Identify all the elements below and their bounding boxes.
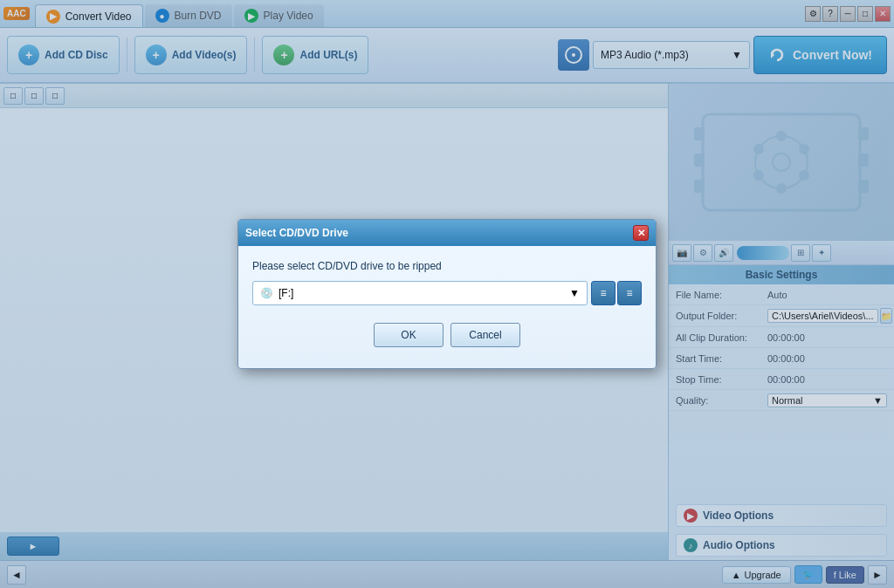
dialog-cancel-label: Cancel — [469, 329, 501, 341]
dialog-message: Please select CD/DVD drive to be ripped — [252, 260, 642, 272]
dialog-title-bar: Select CD/DVD Drive ✕ — [238, 220, 656, 246]
drive-dropdown[interactable]: 💿 [F:] ▼ — [252, 281, 588, 305]
dialog-icon-buttons: ≡ ≡ — [591, 281, 642, 305]
dialog-cancel-button[interactable]: Cancel — [450, 323, 520, 347]
dialog-footer: OK Cancel — [252, 323, 642, 354]
disc-icon: 💿 — [260, 287, 273, 299]
select-drive-dialog: Select CD/DVD Drive ✕ Please select CD/D… — [237, 219, 657, 369]
dialog-title: Select CD/DVD Drive — [245, 227, 348, 239]
dialog-icon-btn-2[interactable]: ≡ — [617, 281, 642, 305]
dialog-ok-label: OK — [401, 329, 416, 341]
drive-value: [F:] — [279, 287, 293, 299]
drive-select-row: 💿 [F:] ▼ ≡ ≡ — [252, 281, 642, 305]
dialog-icon-btn-1[interactable]: ≡ — [591, 281, 615, 305]
dialog-body: Please select CD/DVD drive to be ripped … — [238, 246, 656, 368]
drive-chevron-icon: ▼ — [569, 287, 580, 299]
dialog-overlay: Select CD/DVD Drive ✕ Please select CD/D… — [0, 0, 894, 588]
dialog-ok-button[interactable]: OK — [374, 323, 444, 347]
dialog-close-button[interactable]: ✕ — [633, 225, 649, 241]
